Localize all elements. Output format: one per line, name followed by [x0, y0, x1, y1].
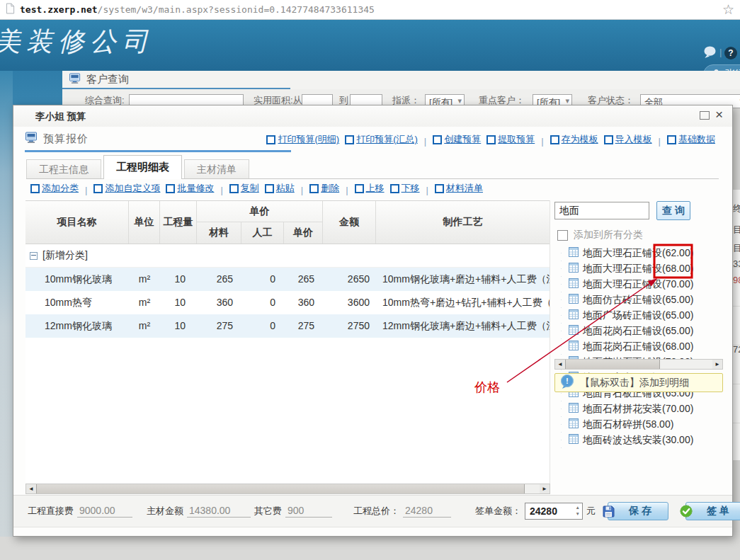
price-list-item[interactable]: 地面仿古砖正铺设(65.00): [554, 292, 723, 308]
other-cost-value: 900: [285, 505, 332, 518]
separator: |: [659, 136, 661, 147]
table-row[interactable]: 12mm钢化玻璃 m² 10 275 0 275 2750 12mm钢化玻璃+磨…: [25, 314, 550, 338]
other-cost-label: 其它费: [254, 505, 282, 518]
floppy-disk-icon: [603, 505, 615, 518]
price-list-item[interactable]: 地面石材碎拼(58.00): [554, 417, 723, 433]
scrollbar-thumb[interactable]: [36, 484, 525, 493]
dialog-header-link[interactable]: 导入模板: [604, 133, 652, 146]
price-list-item[interactable]: 地面大理石正铺设(68.00): [554, 261, 723, 277]
toolbar-link[interactable]: 下移: [390, 182, 420, 195]
link-square-icon: [604, 135, 613, 144]
checkbox[interactable]: [557, 230, 568, 241]
help-icon[interactable]: ?: [724, 47, 737, 59]
tab[interactable]: 工程主信息: [26, 159, 101, 178]
link-square-icon: [390, 184, 399, 193]
table-body: 10mm钢化玻璃 m² 10 265 0 265 2650 10mm钢化玻璃+磨…: [25, 268, 550, 338]
table-horizontal-scrollbar[interactable]: ◄ ►: [25, 484, 550, 494]
price-list-item[interactable]: 地面大理石正铺设(62.00): [554, 246, 723, 261]
background-tabbar: 客户查询: [62, 71, 740, 90]
table-grid-icon: [569, 341, 579, 353]
separator: |: [301, 185, 303, 195]
monitor-icon: [69, 73, 81, 86]
link-square-icon: [265, 184, 274, 193]
price-list-item[interactable]: 地面广场砖正铺设(65.00): [554, 308, 723, 324]
price-list-item[interactable]: 地面花岗石正铺设(65.00): [554, 324, 723, 339]
table-row[interactable]: 10mm钢化玻璃 m² 10 265 0 265 2650 10mm钢化玻璃+磨…: [25, 268, 550, 291]
separator: |: [424, 136, 426, 147]
separator: |: [541, 136, 543, 147]
link-square-icon: [30, 184, 40, 193]
price-list-item[interactable]: 地面花岗石正铺设(68.00): [554, 339, 723, 355]
direct-cost-value: 9000.00: [77, 505, 132, 518]
app-header: 美装修公司 | ? 张经: [0, 20, 740, 71]
scroll-right-arrow[interactable]: ►: [712, 360, 722, 369]
dialog-header-link[interactable]: 打印预算(汇总): [345, 133, 418, 146]
tab[interactable]: 主材清单: [184, 159, 249, 178]
currency-unit: 元: [586, 505, 596, 518]
info-bubble-icon: !: [560, 375, 574, 392]
dialog-header-link[interactable]: 创建预算: [433, 133, 481, 146]
price-list: 地面大理石正铺设(62.00) 地面大理石正铺设(68.00) 地面大理石正铺设…: [554, 246, 723, 448]
scrollbar-thumb[interactable]: [565, 360, 660, 369]
category-group-row[interactable]: [新增分类]: [25, 244, 550, 268]
browser-address-bar[interactable]: test.zxerp.net/system/w3/main.aspx?sessi…: [0, 0, 740, 20]
price-library-panel: 查 询 添加到所有分类 地面大理石正铺设(62.00) 地面大理石正铺设(68.…: [554, 199, 723, 496]
price-list-item[interactable]: 地面大理石正铺设(70.00): [554, 277, 723, 292]
save-button[interactable]: 保 存: [608, 502, 668, 520]
page-icon: [6, 3, 15, 17]
separator: |: [426, 185, 428, 195]
dialog-header-link[interactable]: 存为模板: [550, 133, 598, 146]
message-bubble-icon[interactable]: [702, 45, 717, 62]
link-square-icon: [550, 135, 559, 144]
dialog-header-link[interactable]: 基础数据: [667, 133, 715, 146]
table-grid-icon: [569, 403, 579, 416]
dialog-header-links: 打印预算(明细)打印预算(汇总)|创建预算提取预算|存为模板导入模板|基础数据: [263, 133, 718, 147]
background-tab-customer-query[interactable]: 客户查询: [69, 73, 129, 86]
separator: |: [85, 185, 87, 195]
search-button[interactable]: 查 询: [656, 201, 690, 220]
table-grid-icon: [569, 263, 579, 275]
toolbar-link[interactable]: 添加自定义项: [93, 182, 160, 195]
tab[interactable]: 工程明细表: [103, 155, 182, 179]
background-text-fragment: 33: [733, 258, 740, 269]
link-square-icon: [435, 184, 444, 193]
separator: |: [719, 47, 722, 57]
price-list-item[interactable]: 地面砖波达线安装(30.00): [554, 433, 723, 448]
svg-text:!: !: [566, 377, 569, 385]
scroll-right-arrow[interactable]: ►: [540, 484, 550, 493]
detail-table: 项目名称 单位 工程量 单价 材料 人工 单价 金额 制作工艺 [新增分类] 1…: [25, 200, 550, 494]
dialog-titlebar[interactable]: 李小姐 预算 ×: [13, 105, 732, 127]
background-left-strip: [0, 71, 13, 537]
toolbar-link[interactable]: 删除: [309, 182, 339, 195]
scroll-left-arrow[interactable]: ◄: [555, 360, 565, 369]
link-square-icon: [266, 135, 275, 144]
price-list-item[interactable]: 地面石材拼花安装(70.00): [554, 401, 723, 417]
dialog-header-link[interactable]: 打印预算(明细): [266, 133, 339, 146]
table-grid-icon: [569, 309, 579, 322]
add-to-all-categories-option[interactable]: 添加到所有分类: [557, 229, 643, 241]
sign-button[interactable]: 签 单: [685, 502, 740, 520]
maximize-button[interactable]: [700, 111, 710, 120]
list-horizontal-scrollbar[interactable]: ◄ ►: [554, 359, 723, 370]
search-input[interactable]: [554, 202, 649, 219]
collapse-icon[interactable]: [30, 252, 38, 260]
total-price-label: 工程总价：: [353, 505, 399, 518]
toolbar-link[interactable]: 复制: [229, 182, 259, 195]
spinner: ▲▼: [575, 504, 581, 518]
scroll-left-arrow[interactable]: ◄: [26, 484, 36, 493]
link-square-icon: [433, 135, 442, 144]
close-button[interactable]: ×: [715, 107, 723, 122]
toolbar-link[interactable]: 粘贴: [265, 182, 295, 195]
toolbar-link[interactable]: 批量修改: [166, 182, 214, 195]
spinner-up[interactable]: ▲: [575, 504, 581, 511]
dialog-header-link[interactable]: 提取预算: [486, 133, 535, 146]
table-row[interactable]: 10mm热弯 m² 10 360 0 360 3600 10mm热弯+磨边+钻孔…: [25, 291, 550, 314]
toolbar-link[interactable]: 添加分类: [30, 182, 79, 195]
spinner-down[interactable]: ▼: [575, 511, 581, 518]
bookmark-star-icon[interactable]: ☆: [722, 3, 734, 16]
toolbar-link[interactable]: 材料清单: [435, 182, 483, 195]
background-text-fragment: 目: [733, 224, 740, 236]
link-square-icon: [309, 184, 319, 193]
detail-toolbar: 添加分类|添加自定义项批量修改|复制粘贴|删除|上移下移|材料清单: [28, 182, 486, 196]
toolbar-link[interactable]: 上移: [355, 182, 385, 195]
